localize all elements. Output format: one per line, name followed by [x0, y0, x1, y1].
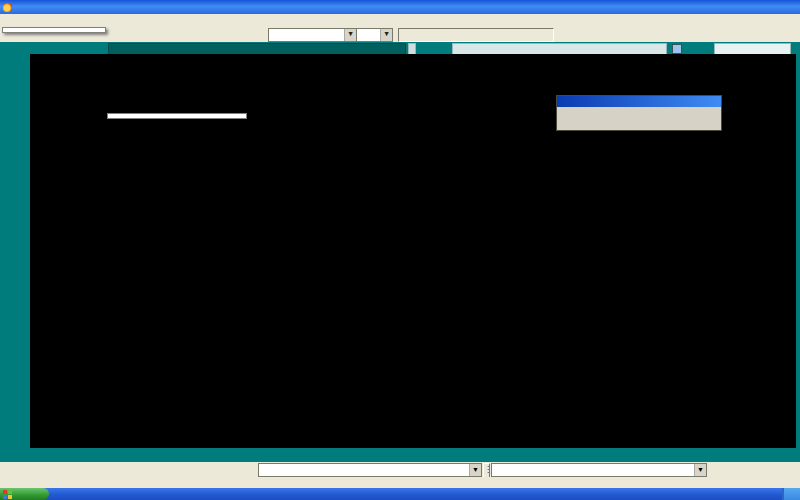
file-menu [2, 27, 106, 33]
jade5-window: ▼ ▼ ▼ ⋮ [0, 0, 800, 500]
title-bar [0, 0, 800, 14]
start-button[interactable] [0, 488, 49, 500]
main-toolbar: ▼ ▼ [0, 27, 800, 42]
edit-toolbar-titlebar[interactable] [557, 96, 721, 107]
chevron-down-icon[interactable]: ▼ [344, 29, 356, 41]
overlay-combobox[interactable]: ▼ [258, 463, 482, 477]
phase-combobox[interactable]: ▼ [491, 463, 707, 477]
anode-combobox[interactable]: ▼ [356, 28, 393, 42]
status-bar [0, 477, 800, 488]
chevron-down-icon[interactable]: ▼ [380, 29, 392, 41]
pdf-combobox[interactable]: ▼ [268, 28, 357, 42]
help-hint [398, 28, 554, 42]
scan-info-bar [0, 42, 800, 54]
chevron-down-icon[interactable]: ▼ [694, 464, 706, 476]
save-submenu [107, 113, 247, 119]
app-icon [3, 2, 13, 12]
edit-toolbar-window [556, 95, 722, 131]
system-tray [782, 488, 800, 500]
two-theta-zero-checkbox[interactable] [672, 44, 682, 54]
splitter-handle[interactable]: ⋮ [483, 463, 490, 478]
windows-flag-icon [3, 490, 12, 499]
bottom-toolbar: ▼ ⋮ ▼ [0, 462, 800, 477]
chevron-down-icon[interactable]: ▼ [469, 464, 481, 476]
taskbar [0, 488, 800, 500]
menu-bar [0, 14, 800, 28]
